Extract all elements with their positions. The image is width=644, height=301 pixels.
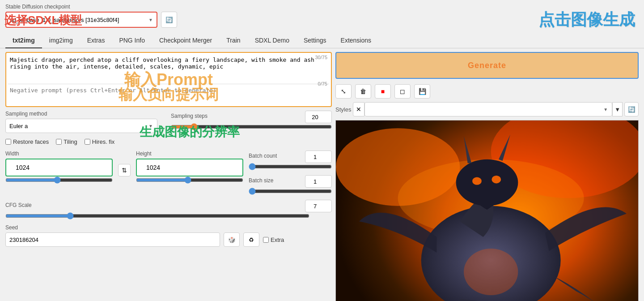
height-input[interactable] xyxy=(139,160,174,175)
dragon-image: 知乎 @Rocky Ding CSDN @Rocky Ding* xyxy=(336,120,638,301)
tab-train[interactable]: Train xyxy=(219,33,247,48)
batch-size-input[interactable] xyxy=(305,175,332,188)
styles-clear-button[interactable]: ✕ xyxy=(353,102,364,116)
tab-png-info[interactable]: PNG Info xyxy=(112,33,152,48)
refresh-icon: 🔄 xyxy=(165,17,173,23)
restore-faces-checkbox[interactable]: Restore faces xyxy=(5,138,49,145)
restore-faces-input[interactable] xyxy=(5,139,11,145)
gray-button[interactable]: ◻ xyxy=(394,84,411,99)
checkpoint-select-wrapper: sd_xl_base_1.0_safetensors [31e35c80f4] xyxy=(5,12,157,28)
dice-icon: 🎲 xyxy=(228,236,236,243)
batch-size-section: Batch size xyxy=(249,175,332,196)
tab-img2img[interactable]: img2img xyxy=(42,33,80,48)
sampling-row: Sampling method Euler a Sampling steps xyxy=(5,111,332,133)
height-section: Height 生成图像的分辨率 xyxy=(136,150,243,185)
tab-txt2img[interactable]: txt2img xyxy=(5,33,42,48)
checkpoint-select[interactable]: sd_xl_base_1.0_safetensors [31e35c80f4] xyxy=(5,12,157,28)
width-slider[interactable] xyxy=(5,176,113,184)
extra-checkbox-input[interactable] xyxy=(263,237,269,243)
tiling-checkbox[interactable]: Tiling xyxy=(56,138,77,145)
checkpoint-refresh-button[interactable]: 🔄 xyxy=(161,12,177,28)
hires-fix-checkbox[interactable]: Hires. fix xyxy=(85,138,115,145)
tiling-input[interactable] xyxy=(56,139,62,145)
svg-point-8 xyxy=(464,249,518,295)
swap-section: ⇅ xyxy=(118,164,131,176)
sampling-method-section: Sampling method Euler a xyxy=(5,111,165,133)
cfg-section: CFG Scale xyxy=(5,200,332,221)
recycle-icon: ♻ xyxy=(249,236,254,243)
batch-size-slider[interactable] xyxy=(249,188,332,195)
batch-count-label: Batch count xyxy=(249,153,277,159)
tab-extensions[interactable]: Extensions xyxy=(334,33,378,48)
styles-select-wrapper xyxy=(364,102,612,116)
left-panel: 30/75 输入Prompt 0/75 输入负向提示词 Sampling met… xyxy=(5,52,332,301)
styles-select[interactable] xyxy=(364,102,612,116)
width-input-box xyxy=(5,159,113,176)
move-in-button[interactable]: ⤡ xyxy=(335,84,352,99)
sampling-steps-label: Sampling steps xyxy=(171,113,208,119)
extra-label: Extra xyxy=(271,236,284,243)
save-icon: 💾 xyxy=(419,88,426,95)
trash-icon: 🗑 xyxy=(360,88,366,95)
hires-fix-label: Hires. fix xyxy=(92,138,115,145)
styles-input-row: ✕ ▼ xyxy=(353,102,623,116)
hires-fix-input[interactable] xyxy=(85,139,90,145)
svg-point-7 xyxy=(491,176,501,183)
height-label: Height xyxy=(136,150,243,157)
sampling-method-select[interactable]: Euler a xyxy=(5,119,157,133)
generate-button[interactable]: Generate xyxy=(335,52,639,79)
cfg-label: CFG Scale xyxy=(5,202,32,208)
tab-extras[interactable]: Extras xyxy=(80,33,112,48)
cfg-input[interactable] xyxy=(305,200,332,212)
batch-section: Batch count Batch size xyxy=(249,150,332,196)
positive-prompt-input[interactable] xyxy=(8,55,329,82)
extra-checkbox[interactable]: Extra xyxy=(263,236,284,243)
sampling-steps-input[interactable] xyxy=(305,111,332,123)
red-button[interactable]: ■ xyxy=(375,84,391,99)
tab-checkpoint-merger[interactable]: Checkpoint Merger xyxy=(152,33,219,48)
recycle-button[interactable]: ♻ xyxy=(243,232,259,247)
arrow-down-up-icon: ⇅ xyxy=(122,167,127,174)
tab-settings[interactable]: Settings xyxy=(297,33,334,48)
dimensions-row: Width ⇅ Height xyxy=(5,150,332,196)
dice-button[interactable]: 🎲 xyxy=(224,232,240,247)
prompt-container: 30/75 输入Prompt 0/75 输入负向提示词 xyxy=(5,52,332,107)
seed-label: Seed xyxy=(5,224,332,231)
svg-point-6 xyxy=(472,177,482,185)
tiling-label: Tiling xyxy=(64,138,77,145)
checkboxes-row: Restore faces Tiling Hires. fix xyxy=(5,138,332,145)
styles-label: Styles xyxy=(335,106,351,113)
main-content: 30/75 输入Prompt 0/75 输入负向提示词 Sampling met… xyxy=(0,48,644,301)
batch-size-label: Batch size xyxy=(249,177,273,184)
width-input[interactable] xyxy=(8,160,44,175)
styles-dropdown-icon[interactable]: ▼ xyxy=(612,102,623,116)
width-section: Width xyxy=(5,150,113,185)
styles-refresh-icon: 🔄 xyxy=(628,106,636,113)
height-slider[interactable] xyxy=(136,176,243,184)
save-button[interactable]: 💾 xyxy=(414,84,430,99)
red-icon: ■ xyxy=(381,88,385,95)
dragon-svg xyxy=(336,120,638,301)
svg-point-5 xyxy=(456,159,518,206)
cfg-slider[interactable] xyxy=(5,212,309,219)
move-in-icon: ⤡ xyxy=(341,88,346,95)
styles-section: Styles ✕ ▼ 🔄 xyxy=(335,102,639,116)
batch-count-input[interactable] xyxy=(305,150,332,163)
sampling-method-label: Sampling method xyxy=(5,111,165,117)
gray-icon: ◻ xyxy=(400,88,405,95)
swap-dimensions-button[interactable]: ⇅ xyxy=(118,164,131,176)
styles-refresh-button[interactable]: 🔄 xyxy=(624,102,639,116)
tab-sdxl-demo[interactable]: SDXL Demo xyxy=(248,33,297,48)
seed-input[interactable] xyxy=(5,232,220,247)
sampling-steps-section: Sampling steps xyxy=(171,111,332,132)
height-input-box xyxy=(136,159,243,176)
trash-button[interactable]: 🗑 xyxy=(355,84,371,99)
batch-count-slider[interactable] xyxy=(249,163,332,170)
negative-prompt-input[interactable] xyxy=(8,85,329,103)
restore-faces-label: Restore faces xyxy=(13,138,49,145)
sampling-steps-slider[interactable] xyxy=(171,123,332,130)
seed-row: 🎲 ♻ Extra xyxy=(5,232,332,247)
header: Stable Diffusion checkpoint sd_xl_base_1… xyxy=(0,0,644,31)
checkpoint-label: Stable Diffusion checkpoint xyxy=(5,4,639,10)
app-container: Stable Diffusion checkpoint sd_xl_base_1… xyxy=(0,0,644,301)
